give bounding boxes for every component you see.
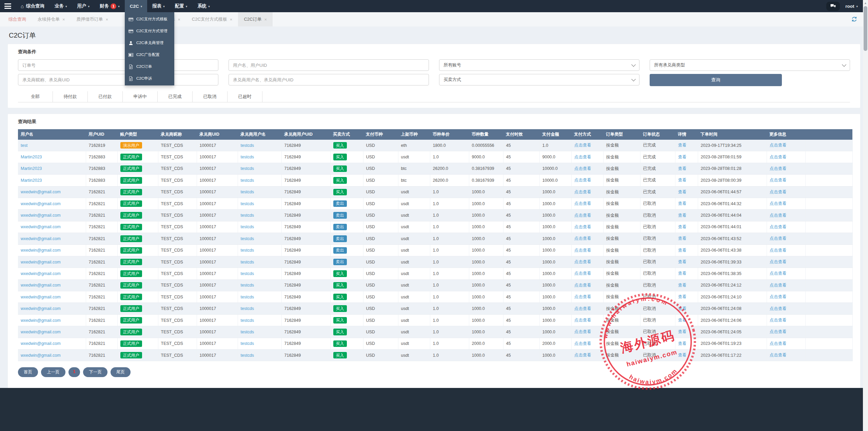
- merchant_user-link[interactable]: testcds: [241, 295, 254, 299]
- order-no-input[interactable]: [18, 59, 218, 71]
- username-link[interactable]: wxedwin@gmail.com: [21, 224, 61, 229]
- more-link[interactable]: 点击查看: [770, 190, 787, 194]
- username-link[interactable]: wxedwin@gmail.com: [21, 248, 61, 253]
- username-link[interactable]: wxedwin@gmail.com: [21, 260, 61, 265]
- username-link[interactable]: Martin2023: [21, 155, 42, 159]
- pay_method-link[interactable]: 点击查看: [574, 155, 591, 159]
- merchant_user-link[interactable]: testcds: [241, 190, 254, 194]
- pay_method-link[interactable]: 点击查看: [574, 213, 591, 218]
- tab-C2C订单[interactable]: C2C订单×: [238, 12, 273, 26]
- pay_method-link[interactable]: 点击查看: [574, 201, 591, 206]
- username-link[interactable]: wxedwin@gmail.com: [21, 201, 61, 206]
- username-link[interactable]: wxedwin@gmail.com: [21, 283, 61, 288]
- more-link[interactable]: 点击查看: [770, 271, 787, 276]
- detail-link[interactable]: 查看: [678, 178, 687, 182]
- filter-已超时[interactable]: 已超时: [228, 91, 262, 102]
- merchant_user-link[interactable]: testcds: [241, 306, 254, 311]
- nav-item-finance[interactable]: 财务1▾: [95, 0, 125, 12]
- more-link[interactable]: 点击查看: [770, 329, 787, 334]
- tab-永续持仓单[interactable]: 永续持仓单×: [32, 12, 71, 26]
- merchant_user-link[interactable]: testcds: [241, 341, 254, 346]
- close-icon[interactable]: ×: [178, 17, 180, 22]
- pay_method-link[interactable]: 点击查看: [574, 166, 591, 171]
- detail-link[interactable]: 查看: [678, 190, 687, 194]
- detail-link[interactable]: 查看: [678, 271, 687, 276]
- more-link[interactable]: 点击查看: [770, 248, 787, 253]
- merchant-user-input[interactable]: [229, 74, 429, 85]
- username-link[interactable]: wxedwin@gmail.com: [21, 271, 61, 276]
- menu-item-C2C广告配置[interactable]: C2C广告配置: [125, 49, 174, 61]
- username-link[interactable]: wxedwin@gmail.com: [21, 306, 61, 311]
- close-icon[interactable]: ×: [264, 17, 267, 22]
- merchant-nick-input[interactable]: [18, 74, 218, 85]
- username-link[interactable]: wxedwin@gmail.com: [21, 353, 61, 358]
- pay_method-link[interactable]: 点击查看: [574, 306, 591, 311]
- more-link[interactable]: 点击查看: [770, 259, 787, 264]
- search-button[interactable]: 查询: [650, 74, 782, 86]
- username-link[interactable]: wxedwin@gmail.com: [21, 330, 61, 334]
- username-link[interactable]: wxedwin@gmail.com: [21, 190, 61, 194]
- page-current[interactable]: 1: [68, 367, 80, 377]
- menu-item-C2C支付方式模板[interactable]: C2C支付方式模板: [125, 13, 174, 25]
- username-link[interactable]: wxedwin@gmail.com: [21, 295, 61, 299]
- page-button-下一页[interactable]: 下一页: [83, 367, 107, 377]
- tab-质押借币订单[interactable]: 质押借币订单×: [71, 12, 114, 26]
- nav-item-system[interactable]: 系统▾: [192, 0, 215, 12]
- merchant-type-select[interactable]: 所有承兑商类型: [650, 59, 850, 71]
- page-button-上一页[interactable]: 上一页: [41, 367, 65, 377]
- pay_method-link[interactable]: 点击查看: [574, 271, 591, 276]
- pay_method-link[interactable]: 点击查看: [574, 224, 591, 229]
- more-link[interactable]: 点击查看: [770, 178, 787, 182]
- more-link[interactable]: 点击查看: [770, 353, 787, 357]
- filter-全部[interactable]: 全部: [18, 91, 53, 102]
- merchant_user-link[interactable]: testcds: [241, 155, 254, 159]
- filter-已取消[interactable]: 已取消: [193, 91, 228, 102]
- nav-item-business[interactable]: 业务▾: [50, 0, 72, 12]
- filter-待付款[interactable]: 待付款: [53, 91, 88, 102]
- account-select[interactable]: 所有账号: [439, 59, 639, 71]
- page-button-首页[interactable]: 首页: [18, 367, 38, 377]
- pay_method-link[interactable]: 点击查看: [574, 353, 591, 357]
- filter-申诉中[interactable]: 申诉中: [123, 91, 158, 102]
- username-link[interactable]: wxedwin@gmail.com: [21, 318, 61, 323]
- detail-link[interactable]: 查看: [678, 306, 687, 311]
- pay_method-link[interactable]: 点击查看: [574, 283, 591, 288]
- pay_method-link[interactable]: 点击查看: [574, 190, 591, 194]
- merchant_user-link[interactable]: testcds: [241, 248, 254, 253]
- detail-link[interactable]: 查看: [678, 341, 687, 346]
- detail-link[interactable]: 查看: [678, 224, 687, 229]
- detail-link[interactable]: 查看: [678, 201, 687, 206]
- close-icon[interactable]: ×: [62, 17, 65, 22]
- more-link[interactable]: 点击查看: [770, 155, 787, 159]
- detail-link[interactable]: 查看: [678, 259, 687, 264]
- merchant_user-link[interactable]: testcds: [241, 353, 254, 358]
- username-link[interactable]: wxedwin@gmail.com: [21, 236, 61, 241]
- username-link[interactable]: wxedwin@gmail.com: [21, 341, 61, 346]
- detail-link[interactable]: 查看: [678, 143, 687, 148]
- menu-item-C2C承兑商管理[interactable]: C2C承兑商管理: [125, 37, 174, 49]
- page-button-尾页[interactable]: 尾页: [111, 367, 131, 377]
- username-link[interactable]: wxedwin@gmail.com: [21, 213, 61, 218]
- more-link[interactable]: 点击查看: [770, 224, 787, 229]
- hamburger-menu-icon[interactable]: [0, 0, 16, 12]
- user-menu[interactable]: root ▾: [845, 4, 858, 9]
- detail-link[interactable]: 查看: [678, 353, 687, 357]
- chat-icon[interactable]: [826, 2, 840, 11]
- merchant_user-link[interactable]: testcds: [241, 224, 254, 229]
- filter-已完成[interactable]: 已完成: [158, 91, 193, 102]
- more-link[interactable]: 点击查看: [770, 166, 787, 171]
- nav-item-user[interactable]: 用户▾: [72, 0, 95, 12]
- detail-link[interactable]: 查看: [678, 155, 687, 159]
- merchant_user-link[interactable]: testcds: [241, 330, 254, 334]
- pay_method-link[interactable]: 点击查看: [574, 294, 591, 299]
- scroll-up-arrow[interactable]: ▲: [863, 0, 868, 5]
- merchant_user-link[interactable]: testcds: [241, 318, 254, 323]
- close-icon[interactable]: ×: [230, 17, 233, 22]
- pay_method-link[interactable]: 点击查看: [574, 178, 591, 182]
- more-link[interactable]: 点击查看: [770, 318, 787, 322]
- tab-C2C支付方式模板[interactable]: C2C支付方式模板×: [186, 12, 238, 26]
- filter-已付款[interactable]: 已付款: [88, 91, 123, 102]
- username-link[interactable]: Martin2023: [21, 166, 42, 171]
- user-input[interactable]: [229, 59, 429, 71]
- pay_method-link[interactable]: 点击查看: [574, 318, 591, 322]
